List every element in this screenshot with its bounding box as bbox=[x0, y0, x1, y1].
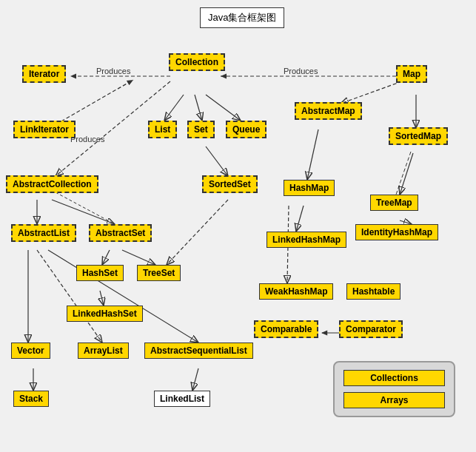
sortedset-node: SortedSet bbox=[202, 175, 258, 193]
stack-node: Stack bbox=[13, 391, 49, 407]
collection-node: Collection bbox=[169, 53, 225, 71]
diagram-container: Java集合框架图 bbox=[0, 0, 476, 452]
linkedhashmap-node: LinkedHashMap bbox=[267, 232, 346, 248]
svg-line-7 bbox=[307, 129, 318, 180]
svg-line-15 bbox=[102, 250, 110, 265]
abstractcollection-node: AbstractCollection bbox=[6, 175, 98, 193]
svg-line-6 bbox=[341, 81, 402, 104]
treemap-node: TreeMap bbox=[370, 195, 418, 211]
comparable-node: Comparable bbox=[254, 320, 318, 338]
svg-line-12 bbox=[52, 200, 115, 224]
sortedmap-node: SortedMap bbox=[389, 127, 448, 145]
svg-line-8 bbox=[400, 153, 413, 195]
treeset-node: TreeSet bbox=[137, 265, 181, 281]
iterator-node: Iterator bbox=[22, 65, 66, 83]
svg-line-26 bbox=[56, 192, 115, 224]
abstractsequentiallist-node: AbstractSequentialList bbox=[144, 343, 253, 359]
arraylist-node: ArrayList bbox=[78, 343, 129, 359]
abstractlist-node: AbstractList bbox=[11, 224, 76, 242]
linkedlist-node: LinkedList bbox=[154, 391, 210, 407]
svg-line-21 bbox=[48, 250, 198, 343]
weakhashmap-node: WeakHashMap bbox=[259, 283, 333, 300]
title-box: Java集合框架图 bbox=[200, 7, 284, 28]
abstractset-node: AbstractSet bbox=[89, 224, 152, 242]
svg-line-2 bbox=[164, 95, 184, 121]
comparator-node: Comparator bbox=[339, 320, 403, 338]
svg-line-9 bbox=[296, 206, 304, 232]
linkiterator-node: LinkIterator bbox=[13, 121, 76, 138]
collections-node: Collections bbox=[343, 370, 445, 386]
svg-line-23 bbox=[192, 368, 198, 391]
list-node: List bbox=[148, 121, 177, 138]
set-node: Set bbox=[187, 121, 215, 138]
vector-node: Vector bbox=[11, 343, 50, 359]
svg-line-3 bbox=[195, 95, 202, 121]
queue-node: Queue bbox=[226, 121, 267, 138]
hashset-node: HashSet bbox=[76, 265, 124, 281]
linkedhashset-node: LinkedHashSet bbox=[67, 306, 143, 322]
svg-line-28 bbox=[396, 152, 411, 195]
produces-label-1: Produces bbox=[96, 67, 130, 75]
svg-line-4 bbox=[206, 95, 241, 121]
produces-label-2: Produces bbox=[284, 67, 318, 75]
svg-line-18 bbox=[167, 200, 228, 265]
svg-line-16 bbox=[122, 250, 155, 265]
hashtable-node: Hashtable bbox=[346, 283, 400, 300]
svg-line-20 bbox=[37, 250, 102, 343]
legend-box: Collections Arrays bbox=[333, 361, 455, 417]
abstractmap-node: AbstractMap bbox=[295, 102, 362, 120]
arrays-node: Arrays bbox=[343, 392, 445, 408]
svg-line-17 bbox=[100, 291, 104, 306]
hashmap-node: HashMap bbox=[284, 180, 335, 196]
map-node: Map bbox=[396, 65, 427, 83]
svg-line-14 bbox=[206, 146, 228, 176]
identityhashmap-node: IdentityHashMap bbox=[355, 224, 438, 240]
